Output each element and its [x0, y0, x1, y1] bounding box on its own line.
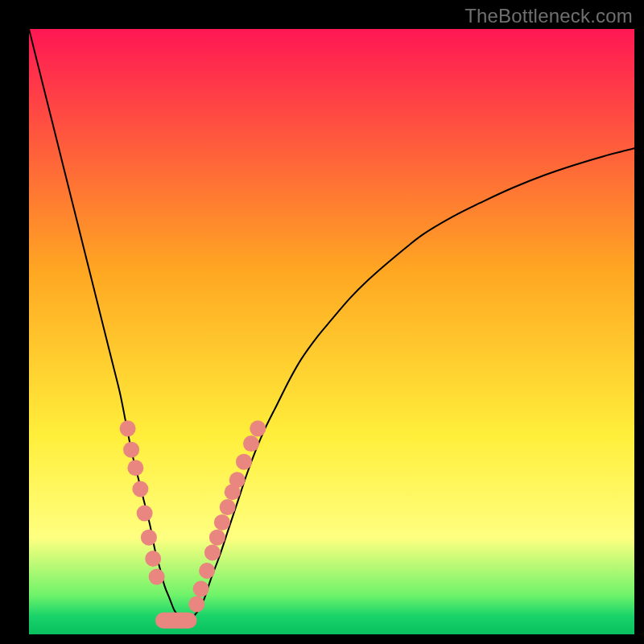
right-cluster-dots-11: [250, 420, 266, 436]
left-cluster-dots-3: [132, 481, 148, 497]
right-cluster-dots-9: [236, 454, 252, 470]
left-cluster-dots-6: [145, 551, 161, 567]
left-cluster-dots-1: [123, 442, 139, 458]
left-cluster-dots-0: [120, 420, 136, 436]
left-cluster-dots-7: [149, 569, 165, 585]
watermark-text: TheBottleneck.com: [464, 5, 633, 27]
left-cluster-dots-5: [141, 530, 157, 546]
right-cluster-dots-10: [243, 436, 259, 452]
plot-svg: [29, 29, 634, 634]
right-cluster-dots-0: [188, 596, 204, 612]
chart-root: TheBottleneck.com: [0, 0, 644, 644]
right-cluster-dots-8: [229, 472, 246, 488]
right-cluster-dots-3: [204, 544, 221, 560]
right-cluster-dots-6: [220, 499, 236, 515]
plot-area: [29, 29, 634, 634]
left-cluster-dots-2: [127, 460, 143, 476]
right-cluster-dots-1: [193, 581, 209, 597]
left-cluster-dots-4: [137, 506, 153, 522]
gradient-background: [29, 29, 634, 634]
right-cluster-dots-4: [209, 530, 225, 546]
right-cluster-dots-5: [214, 514, 230, 530]
right-cluster-dots-2: [199, 563, 215, 579]
valley-capsule: [155, 613, 197, 629]
